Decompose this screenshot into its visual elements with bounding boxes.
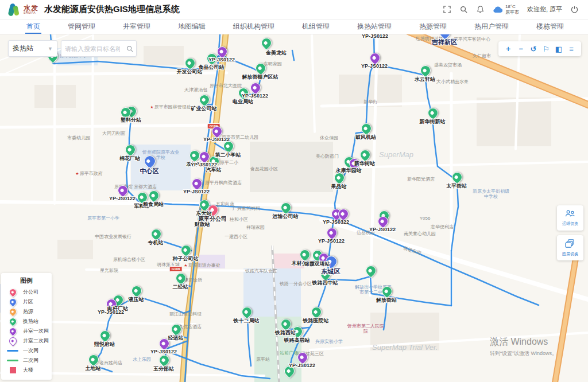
- pan-mode-icon[interactable]: ◧: [552, 42, 565, 56]
- map-pin-label: 土地站: [86, 365, 101, 372]
- map-poi-label: 原平丹枫白鹭酒店: [205, 180, 242, 185]
- map-pin-label: 二经站: [173, 283, 188, 291]
- map-poi-label: 五彩向蓝: [216, 201, 234, 206]
- map-search-icon[interactable]: [123, 45, 136, 52]
- layer-switch-button[interactable]: 图层切换: [557, 235, 583, 260]
- layers-stack-icon: [565, 239, 575, 250]
- map-poi-label: 桂和小区: [230, 217, 248, 222]
- map-pin-label: 金美龙站: [266, 49, 287, 57]
- bell-icon[interactable]: [476, 5, 485, 14]
- legend-item: 一次网: [1, 346, 52, 356]
- tab-1[interactable]: 管网管理: [54, 19, 109, 34]
- map-pin-label: YP-JS0122: [183, 189, 210, 194]
- map-poi-label: 广兴蓄药饲料: [233, 206, 260, 211]
- weather-city: 原平市: [505, 10, 519, 15]
- tab-5[interactable]: 机组管理: [288, 19, 343, 34]
- map-pin-label: 吉祥新区: [432, 38, 457, 46]
- legend-pin-icon: [7, 297, 18, 307]
- legend-pin-icon: [7, 336, 18, 346]
- layer-list-icon[interactable]: ≡: [565, 42, 578, 56]
- legend-item: 热源: [1, 307, 52, 317]
- map-pin-label: 财政站: [195, 221, 210, 228]
- map-pin-label: 食品公司站: [199, 64, 225, 71]
- map-poi-label: 丽江山自助料理: [169, 311, 202, 317]
- map-poi-label: 星光影院: [100, 268, 118, 273]
- legend-square-icon: [10, 367, 16, 373]
- tab-9[interactable]: 楼栋管理: [523, 19, 578, 34]
- map-pin-label: 解放街站: [376, 297, 397, 304]
- map-poi-label: 天津灌汤包: [184, 87, 207, 92]
- map-pin-label: 果品站: [331, 183, 347, 190]
- map-legend: 图例 分公司片区热源换热站井室一次网井室二次网一次网二次网大楼: [1, 273, 52, 380]
- map-poi-label: ★原平市政府: [75, 171, 102, 176]
- category-select[interactable]: 换热站 ▼: [8, 40, 57, 57]
- map-pin-label: YP-JS0122: [362, 34, 388, 39]
- map-pin-label: 铁路医院站: [303, 317, 329, 325]
- map-poi-label: 新华街: [363, 99, 377, 104]
- map-pin-label: YP-JS0122: [203, 137, 230, 142]
- measure-icon[interactable]: ⚐: [540, 42, 552, 56]
- map-pin-label: 熙悦府站: [94, 341, 115, 348]
- users-icon: [565, 209, 575, 220]
- ops-switch-button[interactable]: 运维切换: [557, 205, 583, 231]
- tab-10[interactable]: 小区管理: [578, 19, 588, 34]
- tab-4[interactable]: 组织机构管理: [219, 19, 288, 34]
- tab-0[interactable]: 首页: [13, 19, 54, 34]
- map-pin-label: 永康华园站: [336, 167, 362, 174]
- map-pin-label: YP-JS0122: [289, 362, 315, 368]
- legend-item: 分公司: [1, 287, 52, 297]
- legend-pin-icon: [7, 287, 18, 297]
- map-pin-label: YP-JS0122: [150, 349, 177, 354]
- zoom-out-icon[interactable]: －: [514, 42, 527, 56]
- map-pin-label: 电业局站: [233, 98, 253, 106]
- map-pin-label: YP-JS0122: [318, 238, 345, 244]
- weather-temp: 18°C: [505, 4, 516, 9]
- map-poi-label: 铁路汽车队仓库: [245, 268, 277, 274]
- map-poi-label: 忻州市第二人民医院: [347, 323, 385, 334]
- map-pin-label: YP-JS0122: [369, 227, 396, 232]
- map-poi-label: 一建西小区: [225, 234, 247, 239]
- map-poi-label: 新原乡太平街初级中学校: [472, 189, 510, 199]
- legend-pin-icon: [7, 326, 18, 336]
- map-pin-label: 解放街棚户区站: [242, 73, 278, 81]
- road-number-badge: G108: [169, 266, 183, 272]
- tab-2[interactable]: 井室管理: [109, 19, 164, 34]
- nav-tabs: 首页管网管理井室管理地图编辑组织机构管理机组管理换热站管理热源管理热用户管理楼栋…: [0, 19, 588, 34]
- map-poi-label: 原平二小: [220, 160, 238, 165]
- supermap-trial-watermark: SuperMap Trial Ver.: [372, 343, 438, 352]
- map-poi-label: 祥瑞家园: [246, 225, 265, 230]
- map-poi-label: 南关童心幼儿园: [404, 231, 436, 236]
- search-icon[interactable]: [459, 5, 468, 14]
- chevron-down-icon: ▼: [48, 46, 53, 52]
- map-pin-label: 铁路西站: [275, 329, 296, 337]
- map-poi-label: 东明家园: [264, 61, 282, 67]
- tab-7[interactable]: 热源管理: [405, 19, 461, 34]
- legend-pin-icon: [7, 306, 18, 317]
- main-nav: 首页管网管理井室管理地图编辑组织机构管理机组管理换热站管理热源管理热用户管理楼栋…: [0, 19, 588, 34]
- fullscreen-icon[interactable]: [443, 5, 451, 14]
- map-canvas[interactable]: 原平实验中学东明家园原平市北大医院天津灌汤包★原平市园林管理处大同刀削面市委幼儿…: [0, 34, 588, 382]
- tab-6[interactable]: 换热站管理: [343, 19, 405, 34]
- logout-icon[interactable]: [570, 5, 579, 14]
- legend-item-label: 换热站: [23, 318, 38, 325]
- map-pin-label: 液压站: [129, 296, 144, 303]
- zoom-in-icon[interactable]: ＋: [502, 42, 514, 56]
- map-poi-label: ★原平市园林管理处: [150, 104, 191, 110]
- map-poi-label: 原平汽车客运中心: [454, 37, 490, 42]
- map-pin-label: 新华街新站: [420, 118, 446, 126]
- app-header: 水发 SHUIFA 水发能源盾安供热GIS地理信息系统 18°C 原平市 欢迎您…: [0, 0, 588, 19]
- reset-view-icon[interactable]: ↺: [527, 42, 540, 56]
- legend-line-icon: [7, 350, 18, 352]
- search-input[interactable]: [61, 45, 123, 52]
- tab-3[interactable]: 地图编辑: [164, 19, 219, 34]
- map-pin-label: 第二小学站: [215, 151, 241, 159]
- map-pin-label: 鼓风机站: [355, 134, 376, 141]
- map-poi-label: 原平市第一小学: [87, 216, 119, 221]
- map-poi-label: 水上乐园: [133, 357, 151, 362]
- legend-item-label: 热源: [23, 308, 33, 315]
- legend-item-label: 片区: [23, 298, 33, 306]
- map-pin-label: 种子公司站: [173, 255, 199, 263]
- map-pin-label: 汽车站: [206, 166, 222, 174]
- tab-8[interactable]: 热用户管理: [461, 19, 523, 34]
- map-poi-label: 新华阳光酒店: [407, 177, 435, 182]
